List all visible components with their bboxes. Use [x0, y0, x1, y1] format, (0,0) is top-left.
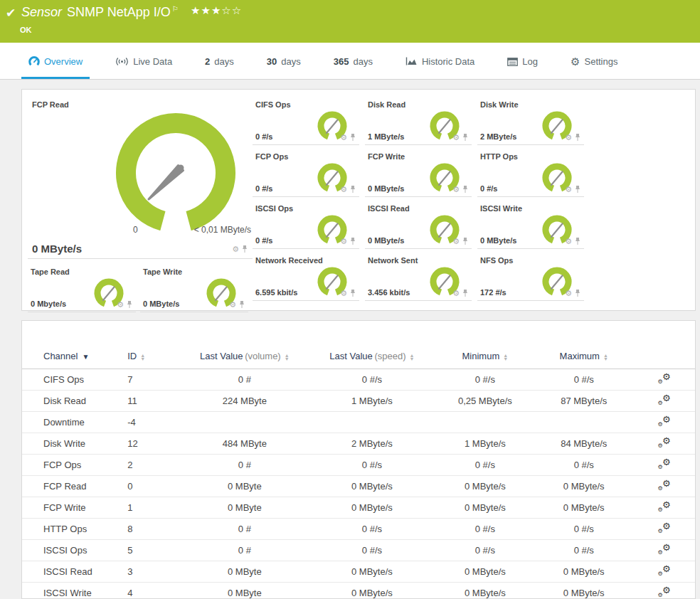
sort-icon[interactable]: ▲▼: [140, 354, 145, 361]
channel-name[interactable]: CIFS Ops: [22, 369, 124, 391]
channel-settings-gear-icon[interactable]: ⚙: [117, 301, 124, 308]
pin-icon[interactable]: [349, 133, 356, 142]
channel-row[interactable]: ISCSI Ops 5 0 # 0 #/s 0 #/s 0 #/s ⚙⚙: [22, 540, 695, 561]
mini-gauge-cell[interactable]: Network Sent 3.456 kbit/s ⚙: [365, 254, 472, 301]
pin-icon[interactable]: [574, 185, 581, 194]
edit-channel-gears-icon[interactable]: ⚙⚙: [658, 458, 671, 470]
channel-name[interactable]: ISCSI Read: [22, 561, 124, 583]
channel-settings-gear-icon[interactable]: ⚙: [565, 134, 572, 141]
channel-settings-gear-icon[interactable]: ⚙: [452, 134, 460, 141]
edit-channel-gears-icon[interactable]: ⚙⚙: [658, 501, 671, 512]
channel-row[interactable]: ISCSI Read 3 0 MByte 0 MByte/s 0 MByte/s…: [22, 561, 695, 583]
mini-gauge-cell[interactable]: HTTP Ops 0 #/s ⚙: [477, 150, 584, 197]
mini-gauge-cell[interactable]: ISCSI Write 0 MByte/s ⚙: [477, 202, 584, 249]
channel-settings-gear-icon[interactable]: ⚙: [340, 186, 347, 193]
channel-settings-gear-icon[interactable]: ⚙: [340, 134, 347, 141]
tab-live-data[interactable]: Live Data: [108, 56, 179, 79]
channel-settings-gear-icon[interactable]: ⚙: [452, 186, 460, 193]
channel-row[interactable]: CIFS Ops 7 0 # 0 #/s 0 #/s 0 #/s ⚙⚙: [22, 369, 695, 391]
channel-settings-gear-icon[interactable]: ⚙: [565, 186, 572, 193]
mini-gauge-cell[interactable]: ISCSI Read 0 MByte/s ⚙: [365, 202, 472, 249]
edit-channel-gears-icon[interactable]: ⚙⚙: [658, 565, 671, 576]
column-header-maximum[interactable]: Maximum▲▼: [534, 346, 633, 369]
sort-icon[interactable]: ▲▼: [503, 354, 508, 361]
mini-gauge-cell[interactable]: Disk Read 1 MByte/s ⚙: [365, 98, 472, 145]
flag-icon[interactable]: ⚐: [172, 5, 179, 13]
pin-icon[interactable]: [462, 133, 469, 142]
pin-icon[interactable]: [238, 300, 245, 309]
pin-icon[interactable]: [462, 185, 469, 194]
channel-name[interactable]: FCP Ops: [22, 455, 124, 476]
channel-name[interactable]: ISCSI Ops: [22, 540, 124, 561]
channel-row[interactable]: FCP Write 1 0 MByte 0 MByte/s 0 MByte/s …: [22, 497, 695, 519]
edit-channel-gears-icon[interactable]: ⚙⚙: [658, 415, 671, 427]
mini-gauge-cell[interactable]: FCP Write 0 MByte/s ⚙: [365, 150, 472, 197]
column-header-last-value-volume[interactable]: Last Value (volume)▲▼: [181, 346, 308, 369]
channel-row[interactable]: Disk Write 12 484 MByte 2 MByte/s 1 MByt…: [22, 433, 695, 455]
mini-gauge-cell[interactable]: NFS Ops 172 #/s ⚙: [477, 254, 584, 301]
pin-icon[interactable]: [462, 289, 469, 297]
tab-30-days[interactable]: 30 days: [260, 56, 308, 79]
pin-icon[interactable]: [574, 289, 581, 297]
edit-channel-gears-icon[interactable]: ⚙⚙: [658, 544, 671, 555]
channel-name[interactable]: HTTP Ops: [22, 519, 124, 540]
channel-name[interactable]: Disk Read: [22, 391, 124, 412]
channel-name[interactable]: Disk Write: [22, 433, 124, 455]
channel-settings-gear-icon[interactable]: ⚙: [452, 238, 460, 245]
channel-name[interactable]: Downtime: [22, 412, 124, 433]
channel-row[interactable]: FCP Read 0 0 MByte 0 MByte/s 0 MByte/s 0…: [22, 476, 695, 497]
channel-settings-gear-icon[interactable]: ⚙: [340, 238, 347, 245]
channel-settings-gear-icon[interactable]: ⚙: [452, 290, 460, 297]
channel-settings-gear-icon[interactable]: ⚙: [340, 290, 347, 297]
pin-icon[interactable]: [574, 133, 581, 142]
mini-gauge-cell[interactable]: CIFS Ops 0 #/s ⚙: [253, 98, 359, 145]
tab-365-days[interactable]: 365 days: [327, 56, 380, 79]
pin-icon[interactable]: [349, 289, 356, 297]
sort-icon[interactable]: ▲▼: [285, 354, 290, 361]
mini-gauge-cell[interactable]: Disk Write 2 MByte/s ⚙: [477, 98, 584, 145]
channel-name[interactable]: FCP Write: [22, 497, 124, 519]
mini-gauge-cell[interactable]: ISCSI Ops 0 #/s ⚙: [253, 202, 359, 249]
edit-channel-gears-icon[interactable]: ⚙⚙: [658, 586, 671, 598]
tab-overview[interactable]: Overview: [21, 56, 90, 79]
mini-gauge-cell[interactable]: FCP Ops 0 #/s ⚙: [253, 150, 359, 197]
channel-row[interactable]: Disk Read 11 224 MByte 1 MByte/s 0,25 MB…: [22, 391, 695, 412]
pin-icon[interactable]: [574, 237, 581, 245]
channel-settings-gear-icon[interactable]: ⚙: [232, 245, 239, 253]
channel-row[interactable]: HTTP Ops 8 0 # 0 #/s 0 #/s 0 #/s ⚙⚙: [22, 519, 695, 540]
channel-row[interactable]: Downtime -4 ⚙⚙: [22, 412, 695, 433]
sort-icon[interactable]: ▲▼: [603, 354, 608, 361]
channel-settings-gear-icon[interactable]: ⚙: [565, 290, 572, 297]
pin-icon[interactable]: [462, 237, 469, 245]
edit-channel-gears-icon[interactable]: ⚙⚙: [658, 394, 671, 405]
mini-gauge-cell[interactable]: Network Received 6.595 kbit/s ⚙: [253, 254, 359, 301]
mini-gauge-cell[interactable]: Tape Write 0 MByte/s ⚙: [140, 265, 248, 312]
channel-name[interactable]: FCP Read: [22, 476, 124, 497]
edit-channel-gears-icon[interactable]: ⚙⚙: [658, 373, 671, 384]
column-header-channel[interactable]: Channel▼: [22, 346, 124, 369]
pin-icon[interactable]: [126, 300, 133, 309]
primary-gauge-fcp-read[interactable]: FCP Read 0 < 0,01 MByte/s 0 MByte/s ⚙: [28, 98, 253, 259]
tab-historic-data[interactable]: Historic Data: [398, 56, 482, 79]
channel-row[interactable]: FCP Ops 2 0 # 0 #/s 0 #/s 0 #/s ⚙⚙: [22, 455, 695, 476]
sort-icon[interactable]: ▲▼: [410, 354, 415, 361]
mini-gauge-cell[interactable]: Tape Read 0 Mbyte/s ⚙: [28, 265, 136, 312]
column-header-last-value-speed[interactable]: Last Value (speed)▲▼: [308, 346, 435, 369]
tab-log[interactable]: Log: [500, 56, 545, 79]
channel-settings-gear-icon[interactable]: ⚙: [229, 301, 236, 308]
sort-descending-icon[interactable]: ▼: [82, 353, 89, 361]
pin-icon[interactable]: [349, 237, 356, 245]
channel-name[interactable]: ISCSI Write: [22, 583, 124, 599]
pin-icon[interactable]: [241, 245, 248, 253]
priority-stars[interactable]: ★★★☆☆: [191, 4, 242, 17]
edit-channel-gears-icon[interactable]: ⚙⚙: [658, 479, 671, 491]
edit-channel-gears-icon[interactable]: ⚙⚙: [658, 437, 671, 448]
channel-row[interactable]: ISCSI Write 4 0 MByte 0 MByte/s 0 MByte/…: [22, 583, 695, 599]
edit-channel-gears-icon[interactable]: ⚙⚙: [658, 522, 671, 534]
pin-icon[interactable]: [349, 185, 356, 194]
tab-2-days[interactable]: 2 days: [198, 56, 241, 79]
tab-settings[interactable]: ⚙ Settings: [563, 56, 625, 79]
channel-settings-gear-icon[interactable]: ⚙: [565, 238, 572, 245]
column-header-id[interactable]: ID▲▼: [124, 346, 181, 369]
column-header-minimum[interactable]: Minimum▲▼: [435, 346, 534, 369]
